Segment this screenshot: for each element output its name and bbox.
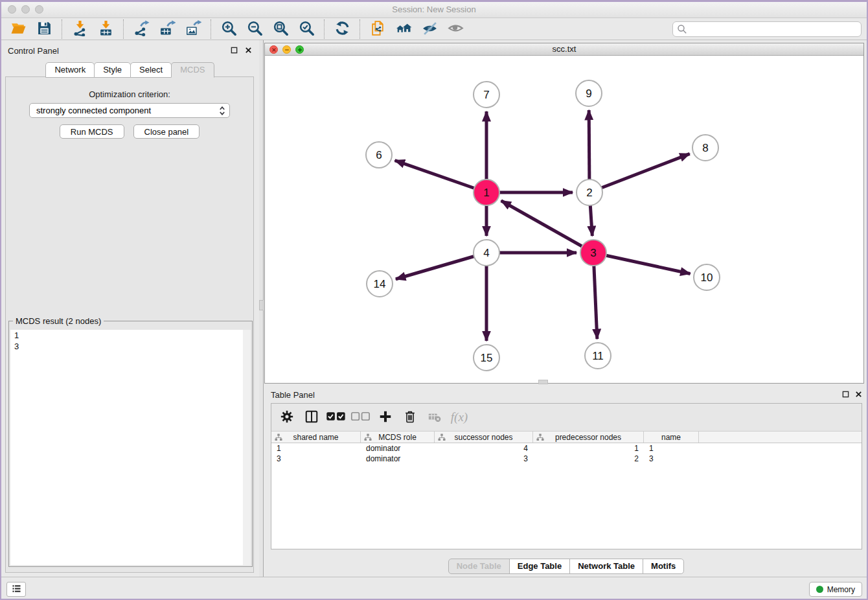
- column-header-name[interactable]: name: [644, 432, 699, 443]
- zoom-window-button[interactable]: [35, 5, 43, 14]
- memory-button[interactable]: Memory: [809, 582, 862, 597]
- table-row[interactable]: 1dominator411: [271, 443, 862, 454]
- criterion-selected-value: strongly connected component: [36, 106, 219, 115]
- select-all-button[interactable]: [326, 408, 347, 427]
- import-table-button[interactable]: [93, 19, 119, 39]
- delete-entry-button[interactable]: [400, 408, 420, 427]
- table-settings-button[interactable]: [277, 408, 297, 427]
- tab-node-table[interactable]: Node Table: [448, 559, 510, 574]
- zoom-in-button[interactable]: [216, 19, 242, 39]
- cell-successor-nodes[interactable]: 3: [435, 454, 533, 464]
- table-row[interactable]: 3dominator323: [271, 454, 862, 464]
- open-session-button[interactable]: [5, 19, 31, 39]
- hide-selected-button[interactable]: [417, 19, 442, 39]
- cell-successor-nodes[interactable]: 4: [435, 443, 533, 454]
- minimize-view-button[interactable]: [282, 45, 291, 54]
- node-2[interactable]: 2: [577, 179, 602, 205]
- cell-shared-name[interactable]: 1: [271, 443, 361, 454]
- splitter-handle[interactable]: [259, 300, 264, 310]
- zoom-selected-button[interactable]: [293, 19, 319, 39]
- close-window-button[interactable]: [8, 5, 16, 14]
- tab-network-table[interactable]: Network Table: [569, 559, 643, 574]
- tab-mcds[interactable]: MCDS: [171, 62, 214, 78]
- mcds-result-textarea[interactable]: 13: [10, 330, 251, 565]
- export-network-button[interactable]: [128, 19, 154, 39]
- cell-predecessor-nodes[interactable]: 2: [533, 454, 644, 464]
- export-image-button[interactable]: [180, 19, 206, 39]
- zoom-fit-icon: [273, 20, 289, 38]
- horizontal-splitter-handle[interactable]: [538, 380, 548, 384]
- cell-name[interactable]: 1: [644, 443, 699, 454]
- function-builder-button[interactable]: f(x): [449, 408, 470, 427]
- node-8[interactable]: 8: [692, 135, 718, 161]
- table-header-row: shared nameMCDS rolesuccessor nodesprede…: [271, 431, 862, 443]
- close-view-button[interactable]: [269, 45, 278, 54]
- status-bar: Memory: [0, 577, 868, 600]
- maximize-view-button[interactable]: [295, 45, 304, 54]
- cell-shared-name[interactable]: 3: [271, 454, 361, 464]
- delete-table-button[interactable]: [424, 408, 445, 427]
- close-table-panel-button[interactable]: [854, 390, 863, 399]
- deselect-all-button[interactable]: [350, 408, 371, 427]
- main-toolbar: [0, 18, 868, 40]
- save-session-icon: [36, 20, 52, 38]
- node-10[interactable]: 10: [694, 264, 720, 290]
- node-15[interactable]: 15: [474, 345, 499, 371]
- add-entry-button[interactable]: [375, 408, 396, 427]
- edge-4-14[interactable]: [396, 253, 486, 279]
- close-panel-button[interactable]: [244, 46, 253, 55]
- import-network-button[interactable]: [67, 19, 93, 39]
- minimize-window-button[interactable]: [21, 5, 30, 14]
- node-4[interactable]: 4: [474, 240, 499, 266]
- column-header-shared-name[interactable]: shared name: [271, 432, 361, 443]
- cell-predecessor-nodes[interactable]: 1: [533, 443, 644, 454]
- network-canvas[interactable]: 7968124314101511: [265, 56, 863, 383]
- column-header-successor-nodes[interactable]: successor nodes: [435, 432, 533, 443]
- network-window-titlebar[interactable]: scc.txt: [265, 43, 863, 56]
- node-3[interactable]: 3: [580, 240, 606, 266]
- run-mcds-button[interactable]: Run MCDS: [60, 124, 124, 139]
- result-scrollbar[interactable]: [243, 330, 251, 565]
- toolbar-group: [128, 19, 206, 39]
- task-history-button[interactable]: [6, 582, 26, 597]
- zoom-out-button[interactable]: [242, 19, 268, 39]
- node-1[interactable]: 1: [474, 179, 499, 205]
- save-session-button[interactable]: [31, 19, 57, 39]
- cell-mcds-role[interactable]: dominator: [361, 454, 435, 464]
- search-input[interactable]: [672, 21, 862, 37]
- close-panel-button-mcds[interactable]: Close panel: [133, 124, 200, 139]
- node-6[interactable]: 6: [366, 142, 392, 168]
- column-layout-icon: [304, 410, 319, 426]
- edge-3-1[interactable]: [501, 201, 593, 253]
- column-header-predecessor-nodes[interactable]: predecessor nodes: [533, 432, 644, 443]
- export-table-button[interactable]: [154, 19, 180, 39]
- node-7[interactable]: 7: [474, 82, 499, 108]
- node-14[interactable]: 14: [367, 271, 393, 297]
- refresh-button[interactable]: [329, 19, 355, 39]
- edge-1-6[interactable]: [395, 161, 486, 192]
- tab-style[interactable]: Style: [94, 62, 131, 78]
- node-11[interactable]: 11: [585, 343, 611, 369]
- vertical-splitter[interactable]: [259, 40, 264, 577]
- copy-network-button[interactable]: [365, 19, 391, 39]
- float-table-panel-button[interactable]: [841, 390, 850, 399]
- tab-select[interactable]: Select: [130, 62, 172, 78]
- float-panel-button[interactable]: [229, 46, 238, 55]
- zoom-fit-button[interactable]: [268, 19, 293, 39]
- cell-mcds-role[interactable]: dominator: [361, 443, 435, 454]
- tab-motifs[interactable]: Motifs: [643, 559, 684, 574]
- tab-edge-table[interactable]: Edge Table: [509, 559, 570, 574]
- edge-3-10[interactable]: [593, 253, 691, 273]
- criterion-dropdown[interactable]: strongly connected component: [29, 103, 230, 118]
- toolbar-group: [5, 19, 57, 39]
- column-header-mcds-role[interactable]: MCDS role: [361, 432, 435, 443]
- show-all-button[interactable]: [442, 19, 468, 39]
- node-9[interactable]: 9: [576, 80, 602, 106]
- first-neighbors-button[interactable]: [391, 19, 417, 39]
- cell-name[interactable]: 3: [644, 454, 699, 464]
- tab-network[interactable]: Network: [45, 62, 95, 78]
- table-panel: Table Panel f(x) shared nameMCDS rolesuc…: [264, 385, 868, 577]
- node-label: 6: [376, 149, 382, 161]
- edge-2-8[interactable]: [589, 154, 690, 192]
- column-layout-button[interactable]: [301, 408, 322, 427]
